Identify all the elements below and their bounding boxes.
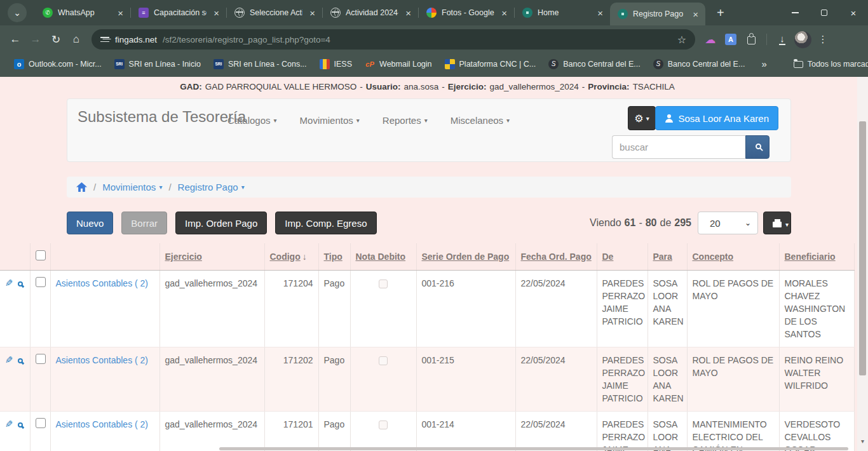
bookmark-webmail[interactable]: cP Webmail Login (360, 57, 437, 71)
extensions-puzzle-icon[interactable] (741, 29, 761, 50)
header-de[interactable]: De (597, 243, 648, 270)
view-icon[interactable] (18, 422, 23, 427)
asientos-contables-link[interactable]: Asientos Contables ( 2) (56, 419, 149, 429)
bookmark-sri-inicio[interactable]: SRI SRI en Línea - Inicio (109, 57, 206, 71)
horizontal-scrollbar[interactable] (219, 447, 848, 450)
tab-home[interactable]: Home × (515, 0, 610, 25)
bookmark-bce-1[interactable]: S Banco Central del E... (543, 57, 646, 71)
all-bookmarks-button[interactable]: Todos los marcadores (789, 58, 868, 71)
cell-ejercicio: gad_vallehermos_2024 (159, 270, 264, 347)
bookmark-sri-consultas[interactable]: SRI SRI en Línea - Cons... (208, 57, 312, 71)
borrar-button[interactable]: Borrar (121, 212, 167, 234)
reload-button[interactable]: ↻ (46, 29, 66, 50)
header-ejercicio[interactable]: Ejercicio (159, 243, 264, 270)
asientos-contables-link[interactable]: Asientos Contables ( 2) (56, 355, 149, 365)
bookmarks-overflow-button[interactable]: » (755, 58, 773, 69)
header-para[interactable]: Para (648, 243, 687, 270)
select-all-checkbox[interactable] (36, 250, 46, 260)
tab-capacitacion[interactable]: ≡ Capacitación so × (131, 0, 226, 25)
view-icon[interactable] (18, 281, 23, 286)
close-icon[interactable]: × (116, 8, 125, 18)
caret-down-icon: ▾ (424, 117, 428, 124)
new-tab-button[interactable]: + (712, 4, 729, 22)
downloads-button[interactable]: ↓ (772, 29, 792, 50)
row-checkbox[interactable] (36, 277, 46, 287)
bookmark-star-icon[interactable]: ☆ (677, 34, 686, 46)
menu-reportes[interactable]: Reportes▾ (383, 115, 428, 126)
header-codigo[interactable]: Codigo↓ (264, 243, 318, 270)
menu-miscelaneos[interactable]: Miscelaneos▾ (451, 115, 510, 126)
scrollbar-thumb[interactable] (859, 121, 866, 375)
header-concepto[interactable]: Concepto (687, 243, 779, 270)
close-icon[interactable]: × (595, 8, 605, 18)
edit-icon[interactable]: ✎ (5, 277, 13, 290)
header-beneficiario[interactable]: Beneficiario (779, 243, 855, 270)
close-icon[interactable]: × (691, 9, 700, 20)
fingads-logo-icon (522, 8, 532, 18)
header-nota-debito[interactable]: Nota Debito (350, 243, 416, 270)
print-dropdown-button[interactable]: ▾ (763, 212, 791, 234)
user-button[interactable]: Sosa Loor Ana Karen (655, 106, 778, 130)
vertical-scrollbar[interactable]: ▾ (857, 77, 868, 451)
tab-fotos[interactable]: Fotos - Google F × (419, 0, 514, 25)
table-row: ✎ Asientos Contables ( 2) gad_vallehermo… (0, 411, 855, 451)
address-bar[interactable]: fingads.net /sf2/tesoreria/registro_pago… (92, 29, 695, 50)
search-input[interactable] (612, 135, 745, 159)
close-icon[interactable]: × (403, 8, 413, 18)
breadcrumb-registro-pago[interactable]: Registro Pago▾ (178, 182, 245, 192)
site-settings-icon[interactable] (100, 36, 109, 43)
minimize-button[interactable] (780, 0, 810, 25)
menu-catalogos[interactable]: Catalogos▾ (227, 115, 277, 126)
row-checkbox[interactable] (36, 418, 46, 428)
bookmark-bce-2[interactable]: S Banco Central del E... (648, 57, 750, 71)
cell-beneficiario: MORALES CHAVEZ WASHINGTON DE LOS SANTOS (779, 270, 855, 347)
back-button[interactable]: ← (5, 29, 25, 50)
tab-whatsapp[interactable]: ✆ WhatsApp × (35, 0, 130, 25)
tab-search-button[interactable]: ⌄ (8, 3, 27, 22)
folder-icon (794, 61, 803, 68)
bookmark-outlook[interactable]: o Outlook.com - Micr... (9, 57, 107, 71)
scroll-down-arrow[interactable]: ▾ (857, 438, 868, 445)
header-tipo[interactable]: Tipo (318, 243, 350, 270)
search-button[interactable] (745, 135, 770, 159)
profile-avatar[interactable] (792, 29, 813, 50)
row-checkbox[interactable] (36, 354, 46, 364)
home-button[interactable]: ⌂ (66, 29, 86, 50)
home-icon[interactable] (76, 182, 87, 192)
bookmarks-bar: o Outlook.com - Micr... SRI SRI en Línea… (0, 53, 868, 77)
weather-extension-icon[interactable]: ☁ (700, 29, 721, 50)
breadcrumb-movimientos[interactable]: Movimientos▾ (102, 182, 162, 192)
translate-icon[interactable]: A (721, 29, 741, 50)
nota-debito-checkbox (379, 421, 388, 429)
close-window-button[interactable]: × (839, 0, 868, 25)
header-serie[interactable]: Serie Orden de Pago (416, 243, 515, 270)
tab-seleccione[interactable]: Seleccione Activ × (227, 0, 322, 25)
edit-icon[interactable]: ✎ (5, 354, 13, 367)
close-icon[interactable]: × (212, 8, 221, 18)
bookmark-cnc[interactable]: Plataforma CNC | C... (440, 57, 541, 71)
bookmark-iess[interactable]: IESS (315, 57, 358, 71)
cell-de: PAREDES PERRAZO JAIME PATRICIO (597, 411, 648, 451)
tab-actividad[interactable]: Actividad 2024- × (323, 0, 418, 25)
page-size-select[interactable]: 20 ⌄ (698, 212, 758, 234)
google-forms-icon: ≡ (139, 8, 149, 18)
nuevo-button[interactable]: Nuevo (67, 212, 113, 234)
close-icon[interactable]: × (499, 8, 509, 18)
page-content: GAD:GAD PARROQUIAL VALLE HERMOSO - Usuar… (0, 77, 868, 451)
cell-serie: 001-215 (416, 347, 515, 411)
view-icon[interactable] (18, 358, 23, 363)
browser-menu-button[interactable]: ⋮ (813, 29, 833, 50)
edit-icon[interactable]: ✎ (5, 418, 13, 431)
imp-comp-egreso-button[interactable]: Imp. Comp. Egreso (275, 212, 376, 234)
header-fecha[interactable]: Fecha Ord. Pago (515, 243, 597, 270)
close-icon[interactable]: × (308, 8, 317, 18)
imp-orden-pago-button[interactable]: Imp. Orden Pago (175, 212, 267, 234)
maximize-button[interactable] (810, 0, 839, 25)
asientos-contables-link[interactable]: Asientos Contables ( 2) (56, 278, 149, 288)
caret-down-icon: ▾ (241, 184, 245, 191)
menu-movimientos[interactable]: Movimientos▾ (300, 115, 360, 126)
tab-registro-pago-active[interactable]: Registro Pago × (610, 3, 705, 25)
settings-dropdown-button[interactable]: ⚙ ▾ (628, 106, 656, 130)
forward-button[interactable]: → (25, 29, 46, 50)
cell-de: PAREDES PERRAZO JAIME PATRICIO (597, 347, 648, 411)
